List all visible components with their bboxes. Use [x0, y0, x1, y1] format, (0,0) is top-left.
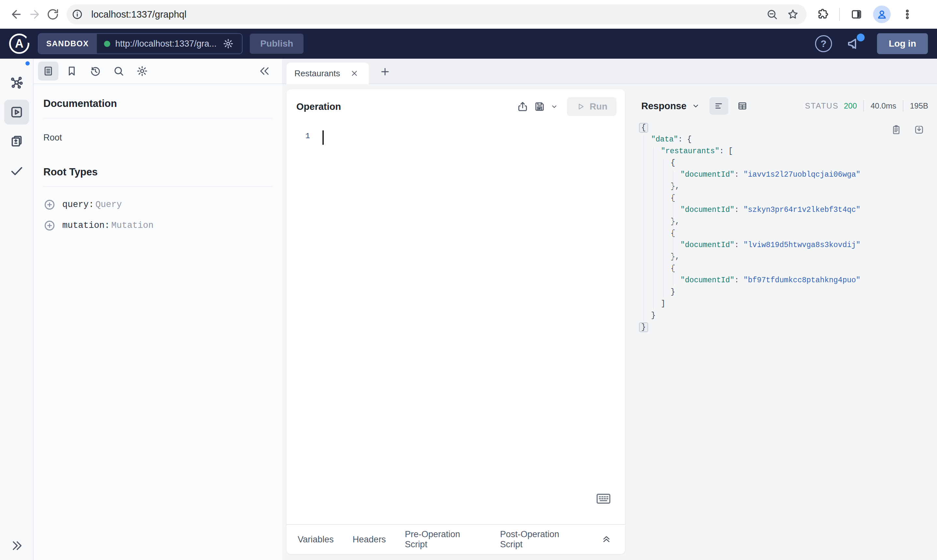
login-button[interactable]: Log in [877, 33, 928, 54]
response-dropdown-icon[interactable] [689, 99, 702, 112]
checks-icon[interactable] [4, 158, 29, 183]
root-type-type[interactable]: Mutation [111, 221, 154, 231]
indent-guide [653, 147, 654, 310]
publish-button[interactable]: Publish [250, 34, 303, 54]
tab-pre-operation-script[interactable]: Pre-Operation Script [405, 529, 481, 549]
new-tab-icon[interactable] [377, 64, 393, 80]
tab-post-operation-script[interactable]: Post-Operation Script [500, 529, 580, 549]
changes-icon[interactable] [4, 129, 29, 154]
documentation-panel: Documentation Root Root Types query: Que… [34, 58, 282, 560]
tab-variables[interactable]: Variables [298, 535, 334, 545]
json-line: }, [641, 251, 928, 263]
json-line: } [641, 286, 928, 298]
zoom-icon[interactable] [764, 6, 780, 22]
tab-restaurants[interactable]: Restaurants [286, 63, 369, 84]
save-operation-icon[interactable] [531, 98, 548, 115]
expand-sidebar-icon[interactable] [8, 537, 26, 555]
indent-guide [643, 135, 644, 322]
json-line: { [641, 228, 928, 239]
operation-tabstrip: Restaurants [282, 58, 937, 84]
metric-divider [903, 100, 903, 112]
status-label: STATUS [805, 102, 839, 111]
json-view-icon[interactable] [709, 97, 728, 115]
keyboard-shortcuts-icon[interactable] [596, 493, 611, 506]
endpoint-settings-icon[interactable] [222, 37, 235, 50]
search-icon[interactable] [109, 62, 129, 80]
run-button[interactable]: Run [567, 97, 617, 116]
forward-icon[interactable] [25, 5, 44, 23]
line-number: 1 [298, 132, 310, 140]
json-line: "data": { [641, 134, 928, 145]
help-icon[interactable]: ? [815, 35, 832, 52]
operation-title: Operation [296, 102, 341, 112]
share-operation-icon[interactable] [514, 98, 531, 115]
json-line: { [641, 192, 928, 204]
back-icon[interactable] [7, 5, 25, 23]
nav-rail [0, 58, 34, 560]
endpoint-url: http://localhost:1337/gra... [115, 39, 217, 49]
explorer-icon[interactable] [4, 100, 29, 125]
json-line: "documentId": "lviw819d5htwvga8s3kovdij" [641, 239, 928, 251]
saved-operations-icon[interactable] [62, 62, 82, 80]
history-icon[interactable] [85, 62, 105, 80]
tab-headers[interactable]: Headers [353, 535, 386, 545]
root-link[interactable]: Root [43, 133, 62, 143]
endpoint-chip[interactable]: SANDBOX http://localhost:1337/gra... [38, 33, 243, 54]
close-tab-icon[interactable] [348, 67, 361, 80]
root-type-mutation[interactable]: mutation: Mutation [43, 219, 272, 232]
rail-notification-dot [25, 61, 30, 66]
response-title: Response [641, 101, 686, 111]
url-text: localhost:1337/graphql [91, 9, 759, 20]
collapse-panel-icon[interactable] [255, 62, 274, 80]
profile-avatar[interactable] [873, 6, 891, 23]
browser-menu-icon[interactable] [899, 6, 915, 23]
divider [43, 186, 272, 187]
screen: localhost:1337/graphql [0, 0, 937, 560]
apollo-logo-letter: A [15, 37, 23, 51]
json-line: "documentId": "bf97tfdumkcc8ptahkng4puo" [641, 274, 928, 286]
text-cursor [322, 131, 324, 145]
root-types-title: Root Types [43, 166, 272, 178]
json-line: "documentId": "szkyn3pr64r1v2lkebf3t4qc" [641, 204, 928, 216]
root-type-type[interactable]: Query [95, 200, 122, 209]
json-line: "documentId": "iavv1s2l27uoblqcjai06wga" [641, 169, 928, 181]
announcements-icon[interactable] [845, 35, 863, 52]
side-panel-icon[interactable] [848, 6, 865, 23]
root-type-name: query: [62, 200, 94, 209]
status-code: 200 [844, 102, 857, 111]
response-time: 40.0ms [871, 102, 896, 111]
root-type-query[interactable]: query: Query [43, 198, 272, 211]
json-line: { [641, 122, 928, 134]
response-json: {"data": {"restaurants": [{"documentId":… [641, 122, 928, 333]
operation-panel: Operation [286, 89, 625, 554]
tab-label: Restaurants [294, 68, 348, 78]
settings-gear-icon[interactable] [132, 62, 152, 80]
operation-editor[interactable]: 1 [286, 122, 625, 524]
documentation-title: Documentation [43, 98, 272, 109]
apollo-toolbar: A SANDBOX http://localhost:1337/gra... P… [0, 29, 937, 58]
address-bar[interactable]: localhost:1337/graphql [66, 4, 806, 25]
site-info-icon[interactable] [69, 6, 85, 23]
expand-footer-icon[interactable] [599, 532, 614, 547]
add-field-icon[interactable] [43, 219, 56, 232]
reload-icon[interactable] [44, 5, 62, 23]
extensions-icon[interactable] [814, 6, 831, 23]
indent-guide [673, 170, 673, 286]
divider [43, 118, 272, 118]
endpoint-url-segment[interactable]: http://localhost:1337/gra... [97, 34, 242, 54]
json-line: "restaurants": [ [641, 145, 928, 157]
operation-footer: Variables Headers Pre-Operation Script P… [286, 524, 625, 554]
table-view-icon[interactable] [733, 97, 752, 115]
add-field-icon[interactable] [43, 198, 56, 211]
documentation-tab-icon[interactable] [38, 62, 58, 80]
main-area: Restaurants Operation [282, 58, 937, 560]
json-line: ] [641, 298, 928, 310]
toolbar-divider [839, 8, 840, 21]
content-area: Documentation Root Root Types query: Que… [0, 58, 937, 560]
json-line: { [641, 263, 928, 274]
schema-icon[interactable] [4, 71, 29, 95]
save-menu-caret-icon[interactable] [549, 100, 560, 113]
bookmark-star-icon[interactable] [785, 6, 801, 22]
root-type-name: mutation: [62, 221, 110, 231]
docs-toolbar [34, 58, 282, 84]
